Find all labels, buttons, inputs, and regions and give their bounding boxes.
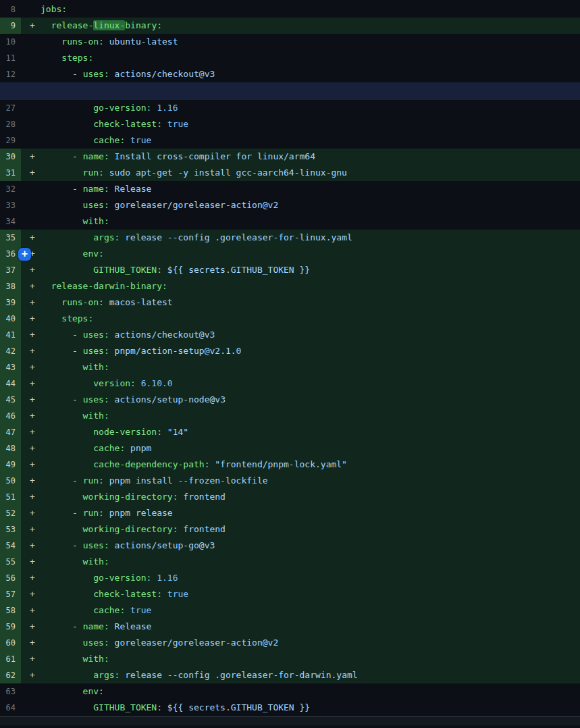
diff-marker: + [21, 149, 41, 165]
line-number[interactable]: 41 [0, 327, 21, 343]
code-line: jobs: [41, 1, 580, 18]
line-number[interactable]: 54 [0, 538, 21, 554]
diff-marker [21, 132, 41, 149]
line-number[interactable]: 31 [0, 165, 21, 181]
code-line: run: sudo apt-get -y install gcc-aarch64… [41, 165, 580, 181]
code-segment: release- [41, 20, 93, 30]
code-segment: "frontend/pnpm-lock.yaml" [209, 459, 347, 469]
code-line: - uses: actions/checkout@v3 [41, 66, 580, 82]
line-number[interactable]: 29 [0, 132, 21, 149]
line-number[interactable]: 32 [0, 181, 21, 197]
line-number[interactable]: 58 [0, 602, 21, 619]
line-number[interactable]: 38 [0, 278, 21, 294]
line-number[interactable]: 52 [0, 505, 21, 521]
line-number[interactable]: 61 [0, 651, 21, 667]
diff-row: 55+ with: [0, 554, 580, 570]
line-number[interactable]: 50 [0, 473, 21, 489]
line-number[interactable]: 57 [0, 586, 21, 602]
line-number[interactable]: 12 [0, 66, 21, 82]
code-line: - uses: actions/setup-node@v3 [41, 392, 580, 408]
diff-marker: + [21, 602, 41, 619]
diff-marker: + [21, 359, 41, 375]
diff-row: 46+ with: [0, 408, 580, 424]
line-number[interactable]: 51 [0, 489, 21, 505]
workflow-file-diff: 8jobs:9+ release-linux-binary:10 runs-on… [0, 0, 580, 725]
code-segment: - [41, 69, 83, 79]
line-number[interactable]: 43 [0, 359, 21, 375]
diff-marker: + [21, 392, 41, 408]
line-number[interactable]: 40 [0, 311, 21, 327]
diff-marker: + [21, 667, 41, 683]
line-number[interactable]: 8 [0, 1, 21, 18]
line-number[interactable]: 47 [0, 424, 21, 440]
line-number[interactable]: 48 [0, 440, 21, 457]
code-segment: env: [41, 686, 104, 696]
code-line: steps: [41, 50, 580, 66]
code-line: release-darwin-binary: [41, 278, 580, 294]
line-number[interactable]: 30 [0, 149, 21, 165]
code-segment: pnpm install --frozen-lockfile [104, 475, 268, 486]
code-segment: working-directory: [41, 492, 178, 502]
line-number[interactable]: 10 [0, 34, 21, 50]
add-comment-button[interactable]: + [18, 248, 31, 261]
line-number[interactable]: 39 [0, 294, 21, 311]
line-number[interactable]: 55 [0, 554, 21, 570]
line-number[interactable]: 56 [0, 570, 21, 586]
diff-row: 57+ check-latest: true [0, 586, 580, 602]
code-segment: runs-on: [41, 297, 104, 307]
code-line: working-directory: frontend [41, 489, 580, 505]
diff-row: 29 cache: true [0, 132, 580, 149]
line-number[interactable]: 59 [0, 619, 21, 635]
diff-marker: + [21, 473, 41, 489]
code-segment: ${{ secrets.GITHUB_TOKEN }} [162, 702, 310, 712]
diff-marker: + [21, 278, 41, 294]
diff-row: 9+ release-linux-binary: [0, 18, 580, 34]
code-line: with: [41, 651, 580, 667]
diff-row: 11 steps: [0, 50, 580, 66]
code-segment: check-latest: [41, 119, 162, 129]
line-number[interactable]: 53 [0, 521, 21, 538]
line-number[interactable]: 60 [0, 635, 21, 651]
diff-marker [21, 213, 41, 230]
code-line: env: [41, 683, 580, 700]
code-segment: pnpm release [104, 508, 173, 518]
line-number[interactable]: 45 [0, 392, 21, 408]
line-number[interactable]: 46 [0, 408, 21, 424]
code-segment: release --config .goreleaser-for-linux.y… [120, 232, 352, 242]
code-segment: args: [41, 232, 120, 242]
diff-row: 12 - uses: actions/checkout@v3 [0, 66, 580, 82]
diff-marker: + [21, 651, 41, 667]
diff-row: 42+ - uses: pnpm/action-setup@v2.1.0 [0, 343, 580, 359]
line-number[interactable]: 9 [0, 18, 21, 34]
line-number[interactable]: 64 [0, 700, 21, 716]
line-number[interactable]: 42 [0, 343, 21, 359]
code-segment: uses: [83, 540, 109, 550]
code-segment: binary: [125, 20, 162, 30]
code-segment: env: [41, 249, 104, 259]
line-number[interactable]: 34 [0, 213, 21, 230]
diff-row: 41+ - uses: actions/checkout@v3 [0, 327, 580, 343]
diff-row: 56+ go-version: 1.16 [0, 570, 580, 586]
line-number[interactable]: 62 [0, 667, 21, 683]
code-line: - name: Release [41, 619, 580, 635]
code-segment: run: [83, 508, 104, 518]
line-number[interactable]: 27 [0, 100, 21, 116]
code-segment: frontend [178, 524, 226, 534]
line-number[interactable]: 11 [0, 50, 21, 66]
file-end-divider [0, 716, 580, 725]
code-segment: ubuntu-latest [104, 36, 178, 47]
code-line: node-version: "14" [41, 424, 580, 440]
code-segment: uses: [41, 638, 109, 648]
line-number[interactable]: 63 [0, 683, 21, 700]
line-number[interactable]: 44 [0, 375, 21, 392]
line-number[interactable]: 28 [0, 116, 21, 132]
line-number[interactable]: 33 [0, 197, 21, 213]
code-segment: - [41, 394, 83, 405]
diff-marker: + [21, 230, 41, 246]
diff-marker: + [21, 311, 41, 327]
line-number[interactable]: 49 [0, 457, 21, 473]
line-number[interactable]: 35 [0, 230, 21, 246]
expand-hunk-band[interactable] [0, 82, 580, 100]
diff-marker: + [21, 554, 41, 570]
line-number[interactable]: 37 [0, 262, 21, 278]
